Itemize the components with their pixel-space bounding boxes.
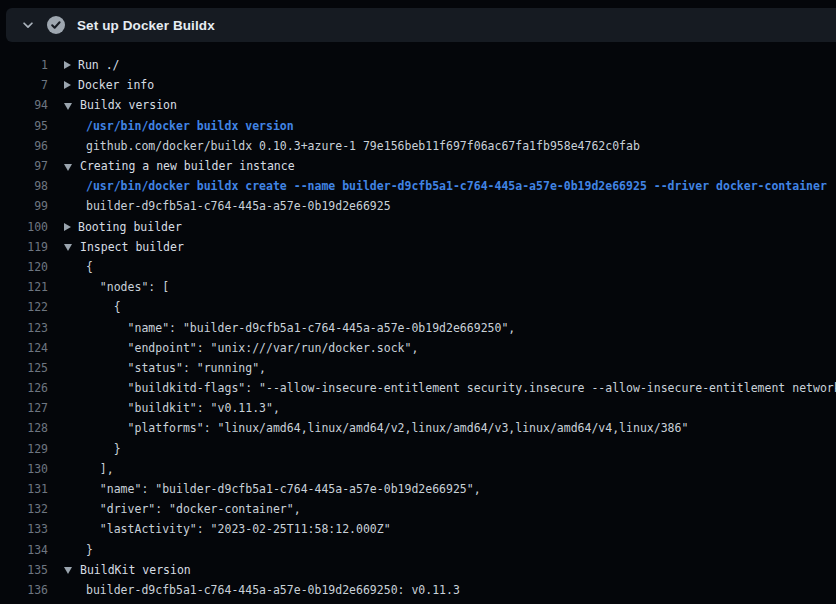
log-line[interactable]: 7 Docker info: [0, 75, 836, 95]
line-number[interactable]: 127: [0, 401, 48, 415]
line-number[interactable]: 122: [0, 300, 48, 314]
line-number[interactable]: 133: [0, 522, 48, 536]
line-text: {: [86, 260, 93, 274]
log-line[interactable]: 100 Booting builder: [0, 217, 836, 237]
line-number[interactable]: 1: [0, 58, 48, 72]
step-header[interactable]: Set up Docker Buildx: [6, 8, 836, 42]
log-line: 122 {: [0, 297, 836, 317]
line-text: "endpoint": "unix:///var/run/docker.sock…: [86, 341, 418, 355]
log-line: 98 /usr/bin/docker buildx create --name …: [0, 176, 836, 196]
line-text: "status": "running",: [86, 361, 266, 375]
line-text: builder-d9cfb5a1-c764-445a-a57e-0b19d2e6…: [86, 583, 460, 597]
log-line: 130 ],: [0, 459, 836, 479]
disclosure-triangle-icon[interactable]: [64, 61, 71, 69]
log-line: 125 "status": "running",: [0, 358, 836, 378]
line-text: "buildkitd-flags": "--allow-insecure-ent…: [86, 381, 836, 395]
line-number[interactable]: 7: [0, 78, 48, 92]
line-text: builder-d9cfb5a1-c764-445a-a57e-0b19d2e6…: [86, 199, 391, 213]
log-line: 136 builder-d9cfb5a1-c764-445a-a57e-0b19…: [0, 580, 836, 600]
disclosure-triangle-icon[interactable]: [64, 164, 72, 171]
line-text: Booting builder: [78, 220, 182, 234]
log-line[interactable]: 97 Creating a new builder instance: [0, 156, 836, 176]
line-number[interactable]: 97: [0, 159, 48, 173]
line-text: "name": "builder-d9cfb5a1-c764-445a-a57e…: [86, 321, 515, 335]
log-line: 133 "lastActivity": "2023-02-25T11:58:12…: [0, 519, 836, 539]
log-line[interactable]: 1 Run ./: [0, 55, 836, 75]
disclosure-triangle-icon[interactable]: [64, 103, 72, 110]
line-text: /usr/bin/docker buildx create --name bui…: [86, 179, 827, 193]
log-line: 95 /usr/bin/docker buildx version: [0, 116, 836, 136]
log-line: 96 github.com/docker/buildx 0.10.3+azure…: [0, 136, 836, 156]
log-line: 132 "driver": "docker-container",: [0, 499, 836, 519]
line-text: "nodes": [: [86, 280, 169, 294]
line-text: Run ./: [78, 58, 120, 72]
line-number[interactable]: 120: [0, 260, 48, 274]
line-number[interactable]: 135: [0, 563, 48, 577]
log-line[interactable]: 119 Inspect builder: [0, 237, 836, 257]
check-circle-icon: [47, 16, 65, 34]
line-text: Buildx version: [80, 98, 177, 112]
line-number[interactable]: 123: [0, 321, 48, 335]
log-line: 99 builder-d9cfb5a1-c764-445a-a57e-0b19d…: [0, 196, 836, 216]
line-number[interactable]: 96: [0, 139, 48, 153]
chevron-down-icon: [21, 18, 35, 32]
line-number[interactable]: 129: [0, 442, 48, 456]
line-text: "lastActivity": "2023-02-25T11:58:12.000…: [86, 522, 391, 536]
line-text: "platforms": "linux/amd64,linux/amd64/v2…: [86, 421, 688, 435]
log-line: 129 }: [0, 439, 836, 459]
log-line[interactable]: 94 Buildx version: [0, 95, 836, 115]
line-number[interactable]: 131: [0, 482, 48, 496]
disclosure-triangle-icon[interactable]: [64, 223, 71, 231]
line-text: Inspect builder: [80, 240, 184, 254]
line-number[interactable]: 130: [0, 462, 48, 476]
collapse-step-button[interactable]: [19, 16, 37, 34]
line-number[interactable]: 99: [0, 199, 48, 213]
line-number[interactable]: 134: [0, 543, 48, 557]
line-text: github.com/docker/buildx 0.10.3+azure-1 …: [86, 139, 640, 153]
disclosure-triangle-icon[interactable]: [64, 81, 71, 89]
line-text: BuildKit version: [80, 563, 191, 577]
step-title: Set up Docker Buildx: [77, 18, 215, 33]
log-line: 123 "name": "builder-d9cfb5a1-c764-445a-…: [0, 317, 836, 337]
line-text: "name": "builder-d9cfb5a1-c764-445a-a57e…: [86, 482, 481, 496]
log-line: 126 "buildkitd-flags": "--allow-insecure…: [0, 378, 836, 398]
line-number[interactable]: 128: [0, 421, 48, 435]
log-line: 124 "endpoint": "unix:///var/run/docker.…: [0, 338, 836, 358]
line-number[interactable]: 95: [0, 119, 48, 133]
line-number[interactable]: 94: [0, 98, 48, 112]
disclosure-triangle-icon[interactable]: [64, 244, 72, 251]
log-line: 134 }: [0, 540, 836, 560]
log-line: 127 "buildkit": "v0.11.3",: [0, 398, 836, 418]
line-text: }: [86, 442, 121, 456]
log-line: 120 {: [0, 257, 836, 277]
line-number[interactable]: 121: [0, 280, 48, 294]
log-line[interactable]: 135 BuildKit version: [0, 560, 836, 580]
line-number[interactable]: 100: [0, 220, 48, 234]
line-number[interactable]: 126: [0, 381, 48, 395]
line-text: ],: [86, 462, 114, 476]
line-number[interactable]: 132: [0, 502, 48, 516]
log-line: 121 "nodes": [: [0, 277, 836, 297]
line-text: "buildkit": "v0.11.3",: [86, 401, 280, 415]
line-number[interactable]: 119: [0, 240, 48, 254]
line-text: }: [86, 543, 93, 557]
log-line: 128 "platforms": "linux/amd64,linux/amd6…: [0, 418, 836, 438]
line-text: {: [86, 300, 121, 314]
line-number[interactable]: 98: [0, 179, 48, 193]
line-text: Creating a new builder instance: [80, 159, 295, 173]
disclosure-triangle-icon[interactable]: [64, 567, 72, 574]
log-output: 1 Run ./ 7 Docker info 94 Buildx version…: [0, 42, 836, 600]
line-number[interactable]: 124: [0, 341, 48, 355]
actions-log-viewer: Set up Docker Buildx 1 Run ./ 7 Docker i…: [0, 0, 836, 604]
line-number[interactable]: 136: [0, 583, 48, 597]
line-text: Docker info: [78, 78, 154, 92]
line-text: /usr/bin/docker buildx version: [86, 119, 294, 133]
line-number[interactable]: 125: [0, 361, 48, 375]
log-line: 131 "name": "builder-d9cfb5a1-c764-445a-…: [0, 479, 836, 499]
line-text: "driver": "docker-container",: [86, 502, 301, 516]
